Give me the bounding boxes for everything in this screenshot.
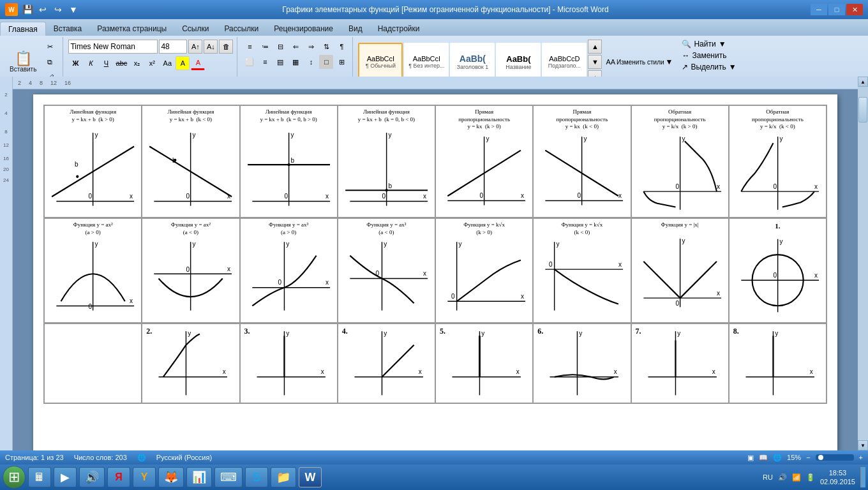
svg-text:y: y: [557, 241, 560, 248]
svg-text:y: y: [290, 132, 294, 139]
maximize-button[interactable]: □: [828, 4, 845, 15]
save-button[interactable]: 💾: [20, 3, 34, 17]
highlight-button[interactable]: А: [176, 56, 190, 70]
align-right-button[interactable]: ▤: [273, 55, 287, 69]
styles-scroll-down[interactable]: ▼: [588, 55, 602, 69]
style-heading1[interactable]: AaBb( Заголовок 1: [450, 43, 495, 81]
select-arrow: ▼: [729, 63, 737, 71]
ruler-top: 2 4 8 12 16: [13, 77, 858, 89]
style-no-spacing[interactable]: AaBbCcI ¶ Без интер...: [404, 43, 449, 81]
zoom-increase[interactable]: +: [859, 454, 863, 461]
style-normal[interactable]: AaBbCcI ¶ Обычный: [358, 43, 403, 81]
svg-text:y: y: [775, 330, 778, 338]
bullets-button[interactable]: ≡: [243, 40, 257, 54]
align-center-button[interactable]: ≡: [258, 55, 272, 69]
font-name-input[interactable]: [68, 40, 158, 54]
italic-button[interactable]: К: [84, 56, 98, 70]
tab-view[interactable]: Вид: [341, 22, 370, 36]
taskbar-calc[interactable]: 🖩: [28, 467, 51, 487]
bold-button[interactable]: Ж: [68, 56, 82, 70]
pilcrow-button[interactable]: ¶: [334, 40, 348, 54]
font-clear[interactable]: 🗑: [219, 40, 233, 54]
align-left-button[interactable]: ⬜: [243, 55, 257, 69]
svg-text:0: 0: [186, 193, 190, 200]
view-reading-icon[interactable]: 📖: [759, 454, 768, 462]
redo-button[interactable]: ↪: [51, 3, 65, 17]
multilevel-list-button[interactable]: ⊟: [273, 40, 287, 54]
svg-point-31: [385, 189, 387, 191]
scroll-up-button[interactable]: ▲: [858, 77, 868, 87]
svg-text:0: 0: [549, 261, 553, 268]
style-subtitle[interactable]: AaBbCcD Подзаголо...: [542, 43, 587, 81]
increase-indent-button[interactable]: ⇒: [304, 40, 318, 54]
shading-button[interactable]: □: [319, 55, 333, 69]
taskbar-word[interactable]: W: [299, 467, 322, 487]
taskbar-skype[interactable]: S: [245, 467, 268, 487]
svg-text:x: x: [130, 297, 133, 304]
taskbar-yandex2[interactable]: Y: [133, 467, 156, 487]
undo-button[interactable]: ↩: [36, 3, 50, 17]
scroll-down-button[interactable]: ▼: [858, 440, 868, 450]
paste-button[interactable]: 📋 Вставить: [6, 50, 40, 75]
sort-button[interactable]: ⇅: [319, 40, 333, 54]
start-button[interactable]: ⊞: [3, 466, 26, 489]
tab-references[interactable]: Ссылки: [174, 22, 216, 36]
cut-button[interactable]: ✂: [41, 40, 59, 54]
subscript-button[interactable]: x₂: [130, 56, 144, 70]
underline-button[interactable]: Ч: [99, 56, 113, 70]
font-size-increase[interactable]: A↑: [188, 40, 202, 54]
tab-home[interactable]: Главная: [0, 22, 46, 36]
svg-text:y: y: [286, 241, 289, 248]
taskbar-network-icon[interactable]: 📶: [792, 473, 801, 482]
find-button[interactable]: 🔍 Найти ▼: [682, 40, 726, 48]
font-size-decrease[interactable]: A↓: [204, 40, 218, 54]
numbered-list-button[interactable]: ≔: [258, 40, 272, 54]
find-label: Найти: [694, 40, 715, 48]
justify-button[interactable]: ▦: [288, 55, 303, 69]
borders-button[interactable]: ⊞: [334, 55, 348, 69]
taskbar-powerpoint[interactable]: 📊: [186, 467, 212, 487]
copy-button[interactable]: ⧉: [41, 55, 59, 69]
show-desktop-button[interactable]: [860, 467, 865, 487]
minimize-button[interactable]: ─: [811, 4, 827, 15]
graph-svg-3-2: x y: [145, 327, 236, 400]
select-button[interactable]: ↗ Выделить ▼: [682, 63, 736, 71]
style-title[interactable]: AaBb( Название: [496, 43, 541, 81]
taskbar-player[interactable]: ▶: [54, 467, 77, 487]
taskbar-volume[interactable]: 🔊: [79, 467, 105, 487]
tab-insert[interactable]: Вставка: [46, 22, 90, 36]
zoom-slider[interactable]: [816, 454, 854, 461]
tab-review[interactable]: Рецензирование: [266, 22, 341, 36]
decrease-indent-button[interactable]: ⇐: [288, 40, 303, 54]
strikethrough-button[interactable]: аbc: [114, 56, 128, 70]
line-spacing-button[interactable]: ↕: [304, 55, 318, 69]
tab-addins[interactable]: Надстройки: [370, 22, 428, 36]
font-size-input[interactable]: [159, 40, 187, 54]
replace-button[interactable]: ↔ Заменить: [682, 51, 726, 60]
change-styles-button[interactable]: AA Изменить стили ▼: [606, 57, 673, 66]
taskbar-battery-icon[interactable]: 🔋: [806, 473, 815, 482]
superscript-button[interactable]: x²: [145, 56, 159, 70]
volume-icon: 🔊: [85, 470, 99, 484]
scrollbar-thumb[interactable]: [858, 97, 867, 122]
font-color-button[interactable]: А: [191, 56, 205, 70]
view-normal-icon[interactable]: ▣: [747, 454, 754, 462]
quick-access-dropdown[interactable]: ▼: [66, 3, 80, 17]
zoom-decrease[interactable]: −: [806, 454, 810, 461]
taskbar-keyboard[interactable]: ⌨: [214, 467, 243, 487]
styles-scroll-up[interactable]: ▲: [588, 40, 602, 54]
taskbar-explorer[interactable]: 📁: [271, 467, 296, 487]
scrollbar-vertical[interactable]: ▲ ▼: [858, 77, 868, 450]
case-button[interactable]: Аа: [160, 56, 174, 70]
taskbar-yandex[interactable]: Я: [107, 467, 130, 487]
svg-text:y: y: [94, 132, 98, 139]
ruler-left-mark-3: 8: [4, 129, 7, 135]
taskbar-volume-icon[interactable]: 🔊: [778, 473, 787, 482]
tab-page-layout[interactable]: Разметка страницы: [89, 22, 174, 36]
svg-text:0: 0: [451, 293, 455, 300]
view-web-icon[interactable]: 🌐: [773, 454, 782, 462]
graph-label-1-8: Обратная пропорциональность y = k/x (k <…: [752, 108, 804, 131]
taskbar-firefox[interactable]: 🦊: [158, 467, 184, 487]
close-button[interactable]: ✕: [846, 4, 863, 15]
tab-mailings[interactable]: Рассылки: [216, 22, 266, 36]
